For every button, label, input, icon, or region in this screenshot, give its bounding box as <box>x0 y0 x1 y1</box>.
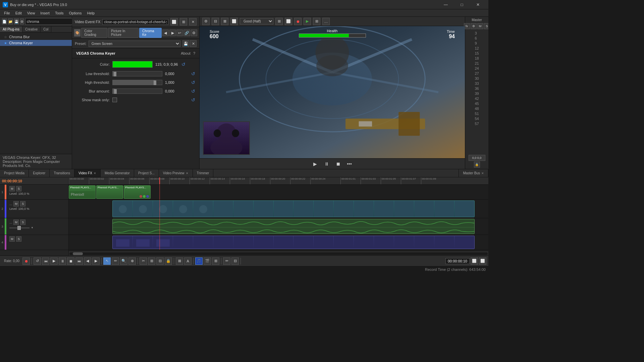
fav-icon-chromablur[interactable]: ☆ <box>4 35 7 39</box>
plugin-item-chromablur[interactable]: ☆ Chroma Blur <box>0 34 72 40</box>
more-btn[interactable]: ••• <box>345 160 354 168</box>
tab-video-fx[interactable]: Video FX ✕ <box>74 169 101 177</box>
clip-1a[interactable]: PhenixII PLAYS... PhenixII <box>69 185 96 199</box>
timecode-display[interactable]: 00:00:00:10 <box>445 258 470 264</box>
tab-project-media[interactable]: Project Media <box>0 169 29 177</box>
blur-amount-refresh[interactable]: ↺ <box>191 88 195 94</box>
track-m-btn-4[interactable]: M <box>9 236 15 242</box>
scrollbar-track[interactable] <box>69 252 488 255</box>
menu-tools[interactable]: Tools <box>52 10 66 16</box>
save-icon[interactable]: 💾 <box>14 18 19 24</box>
preview-quality-select[interactable]: Good (Half) Best (Full) Draft (Quarter) <box>240 18 273 24</box>
blur-amount-slider[interactable] <box>112 88 162 94</box>
close-preview-icon[interactable]: ✕ <box>186 172 189 175</box>
track-dots-3[interactable]: ... <box>9 221 12 224</box>
preview-output-icon[interactable]: ▶ <box>304 18 311 25</box>
about-btn[interactable]: About <box>181 51 191 55</box>
preview-settings-icon[interactable]: ⚙ <box>202 18 210 25</box>
tab-col[interactable]: Col <box>41 26 51 32</box>
low-threshold-refresh[interactable]: ↺ <box>191 71 195 76</box>
clip-4-main[interactable] <box>112 236 475 249</box>
stop-btn-2[interactable]: ⏹ <box>67 257 74 265</box>
next-btn[interactable]: ⏭ <box>75 257 83 265</box>
tab-transitions[interactable]: Transitions <box>50 169 74 177</box>
play-btn-2[interactable]: ▶ <box>50 257 58 265</box>
preset-save-btn[interactable]: 💾 <box>182 40 189 47</box>
tab-creative[interactable]: Creative <box>22 26 41 32</box>
blur-amount-thumb[interactable] <box>114 89 117 94</box>
menu-options[interactable]: Options <box>66 10 85 16</box>
low-threshold-slider[interactable] <box>112 71 162 76</box>
event-btn[interactable]: ⊟ <box>231 257 239 265</box>
prev-frame-btn[interactable]: ◀ <box>84 257 91 265</box>
tab-project-s[interactable]: Project S... <box>134 169 159 177</box>
clip-3a-audio[interactable] <box>112 219 475 234</box>
audio-fader-track[interactable] <box>9 228 30 228</box>
play-btn[interactable]: ▶ <box>311 160 319 168</box>
high-threshold-slider[interactable] <box>112 80 162 85</box>
select-tool-btn[interactable]: ↖ <box>103 257 111 265</box>
master-settings-icon[interactable]: ⚙ <box>471 23 477 29</box>
master-m-btn[interactable]: M <box>477 23 483 29</box>
split-btn[interactable]: ⊟ <box>156 257 164 265</box>
preview-more-icon[interactable]: … <box>322 18 330 25</box>
track-s-btn-4[interactable]: S <box>16 236 21 242</box>
plugin-item-chromakeyer[interactable]: ★ Chroma Keyer <box>0 40 72 46</box>
next-frame-btn[interactable]: ▶ <box>92 257 100 265</box>
auto-btn[interactable]: A <box>184 257 192 265</box>
tab-media-generator[interactable]: Media Generator <box>101 169 134 177</box>
video-btn[interactable]: 🎬 <box>204 257 211 265</box>
playhead[interactable] <box>159 177 160 184</box>
tab-explorer[interactable]: Explorer <box>29 169 50 177</box>
search-input[interactable] <box>25 18 75 25</box>
color-refresh-btn[interactable]: ↺ <box>181 62 185 67</box>
fx-tab-chromakeyer[interactable]: Chroma Ke <box>139 28 162 38</box>
fx-clip-name[interactable] <box>102 19 168 25</box>
tab-trimmer[interactable]: Trimmer <box>193 169 214 177</box>
show-mask-checkbox[interactable] <box>112 98 117 102</box>
track-s-btn-1[interactable]: S <box>16 186 21 191</box>
menu-insert[interactable]: Insert <box>38 10 52 16</box>
snap-btn[interactable]: ⊠ <box>176 257 183 265</box>
fx-bypass-icon[interactable]: ↩ <box>176 29 183 36</box>
minimize-button[interactable]: — <box>438 0 453 9</box>
fx-close-icon[interactable]: ✕ <box>189 18 197 25</box>
menu-view[interactable]: View <box>24 10 38 16</box>
high-threshold-refresh[interactable]: ↺ <box>191 80 195 85</box>
low-threshold-thumb[interactable] <box>114 72 116 76</box>
fav-icon-chromakeyer[interactable]: ★ <box>4 41 7 45</box>
open-icon[interactable]: 📁 <box>8 18 13 24</box>
fx-tab-pictureinpicture[interactable]: Picture In Picture <box>108 28 139 38</box>
zoom-tool-btn[interactable]: 🔍 <box>120 257 127 265</box>
mixer-btn[interactable]: ⊞ <box>212 257 219 265</box>
audio-fader-thumb[interactable] <box>17 226 21 230</box>
fx-grid-icon[interactable]: ⊞ <box>180 18 187 25</box>
show-mask-refresh[interactable]: ↺ <box>191 97 195 103</box>
ripple-btn[interactable]: ⊞ <box>148 257 155 265</box>
preview-ext-icon[interactable]: ⊞ <box>313 18 320 25</box>
preview-channels-icon[interactable]: ⬜ <box>230 18 238 25</box>
menu-help[interactable]: Help <box>84 10 97 16</box>
master-s-btn[interactable]: S <box>484 23 489 29</box>
pause-btn-2[interactable]: ⏸ <box>59 257 66 265</box>
lock-btn[interactable]: 🔒 <box>165 257 172 265</box>
timeline-scrollbar[interactable] <box>69 251 488 255</box>
preset-close-btn[interactable]: ✕ <box>190 40 197 47</box>
fx-settings-icon[interactable]: ⚙ <box>191 29 197 36</box>
menu-file[interactable]: File <box>1 10 13 16</box>
pause-btn[interactable]: ⏸ <box>323 160 331 168</box>
preview-compare-icon[interactable]: ⊠ <box>221 18 228 25</box>
cut-btn[interactable]: ✂ <box>140 257 147 265</box>
preview-snap-icon[interactable]: ⬜ <box>285 18 292 25</box>
track-m-btn-1[interactable]: M <box>9 186 15 191</box>
color-swatch[interactable] <box>112 61 153 68</box>
audio-btn[interactable]: 🎵 <box>195 257 203 265</box>
close-videofx-icon[interactable]: ✕ <box>94 172 96 175</box>
preview-record-icon[interactable]: ⏺ <box>294 18 302 25</box>
fx-tab-colorgrading[interactable]: Color Grading <box>81 28 107 38</box>
tab-video-preview[interactable]: Video Preview ✕ <box>159 169 193 177</box>
settings-icon[interactable]: ⚙ <box>20 18 24 24</box>
scrollbar-thumb[interactable] <box>73 252 83 255</box>
track-s-btn-3[interactable]: S <box>20 220 25 225</box>
fx-link-icon[interactable]: 🔗 <box>183 29 190 36</box>
